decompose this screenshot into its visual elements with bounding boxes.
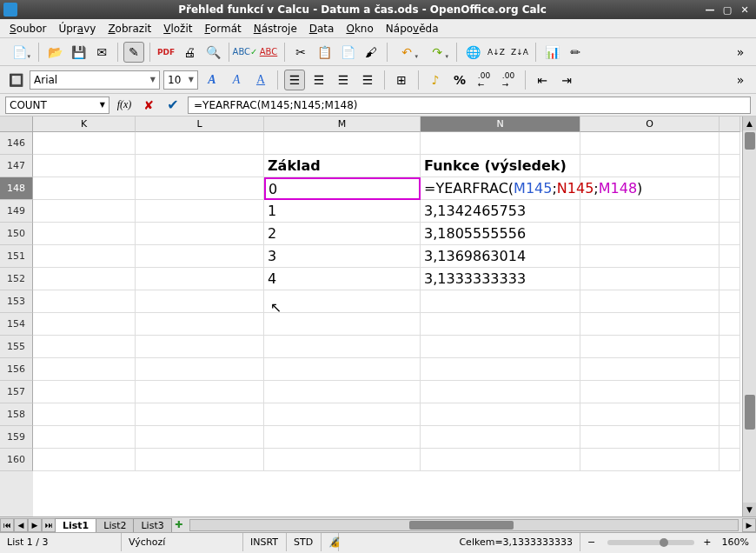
cell-L160[interactable] <box>136 449 264 471</box>
preview-button[interactable]: 🔍 <box>202 42 223 63</box>
undo-button[interactable]: ↶ <box>393 42 421 63</box>
open-button[interactable]: 📂 <box>44 42 65 63</box>
hscroll-right[interactable]: ▶ <box>742 518 756 532</box>
sort-desc-button[interactable]: Z↓A <box>509 42 530 63</box>
row-header-155[interactable]: 155 <box>0 336 33 358</box>
cell-M152[interactable]: 4 <box>264 268 421 290</box>
show-draw-button[interactable]: ✏ <box>565 42 586 63</box>
new-button[interactable]: 📄 <box>5 42 33 63</box>
menu-format[interactable]: Formát <box>198 21 247 37</box>
row-header-159[interactable]: 159 <box>0 426 33 449</box>
cell-L154[interactable] <box>136 313 264 336</box>
cell-N160[interactable] <box>421 449 580 471</box>
cell-M153[interactable] <box>264 290 421 313</box>
tab-prev-button[interactable]: ◀ <box>14 518 28 532</box>
currency-button[interactable]: ♪ <box>425 70 446 90</box>
spellcheck-button[interactable]: ABC✓ <box>235 42 255 63</box>
cell-K159[interactable] <box>33 426 136 449</box>
status-sig[interactable]: 🔏 <box>322 533 339 551</box>
row-header-146[interactable]: 146 <box>0 132 33 155</box>
column-header-M[interactable]: M <box>264 117 421 132</box>
close-button[interactable]: ✕ <box>737 3 753 16</box>
cell-L157[interactable] <box>136 381 264 403</box>
sheet-tab-List3[interactable]: List3 <box>133 518 171 532</box>
maximize-button[interactable]: ▢ <box>720 3 735 16</box>
menu-zobrazit[interactable]: Zobrazit <box>102 21 157 37</box>
cell-pad-155[interactable] <box>720 336 740 358</box>
cell-K157[interactable] <box>33 381 136 403</box>
cell-L153[interactable] <box>136 290 264 313</box>
cell-K156[interactable] <box>33 358 136 381</box>
row-header-152[interactable]: 152 <box>0 268 33 290</box>
cell-pad-154[interactable] <box>720 313 740 336</box>
cell-K152[interactable] <box>33 268 136 290</box>
edit-mode-button[interactable]: ✎ <box>123 42 144 63</box>
cell-N150[interactable]: 3,1805555556 <box>421 223 580 245</box>
cell-O158[interactable] <box>580 403 720 426</box>
cell-pad-152[interactable] <box>720 268 740 290</box>
zoom-in[interactable]: + <box>700 536 714 548</box>
name-box[interactable]: COUNT▼ <box>5 97 109 114</box>
cell-L150[interactable] <box>136 223 264 245</box>
del-decimal-button[interactable]: .00→ <box>498 70 519 90</box>
column-header-N[interactable]: N <box>421 117 580 132</box>
menu-soubor[interactable]: Soubor <box>3 21 52 37</box>
column-header-extra[interactable] <box>720 117 740 132</box>
cell-M160[interactable] <box>264 449 421 471</box>
row-header-147[interactable]: 147 <box>0 155 33 177</box>
cell-N159[interactable] <box>421 426 580 449</box>
menu-nastroje[interactable]: Nástroje <box>248 21 303 37</box>
cell-K153[interactable] <box>33 290 136 313</box>
cell-M157[interactable] <box>264 381 421 403</box>
cell-N152[interactable]: 3,1333333333 <box>421 268 580 290</box>
pdf-button[interactable]: PDF <box>156 42 176 63</box>
hyperlink-button[interactable]: 🌐 <box>462 42 483 63</box>
cell-pad-148[interactable] <box>720 177 740 200</box>
cell-K154[interactable] <box>33 313 136 336</box>
cancel-button[interactable]: ✘ <box>139 97 158 114</box>
cell-O160[interactable] <box>580 449 720 471</box>
cell-M159[interactable] <box>264 426 421 449</box>
sheet-tab-List1[interactable]: List1 <box>55 518 96 532</box>
cell-O154[interactable] <box>580 313 720 336</box>
cell-K151[interactable] <box>33 245 136 268</box>
sort-asc-button[interactable]: A↓Z <box>486 42 507 63</box>
cell-pad-146[interactable] <box>720 132 740 155</box>
inc-indent-button[interactable]: ⇥ <box>556 70 577 90</box>
menu-napoveda[interactable]: Nápověda <box>380 21 445 37</box>
cell-pad-156[interactable] <box>720 358 740 381</box>
format-paint-button[interactable]: 🖌 <box>361 42 381 63</box>
cell-O155[interactable] <box>580 336 720 358</box>
cell-N149[interactable]: 3,1342465753 <box>421 200 580 223</box>
cell-O151[interactable] <box>580 245 720 268</box>
cell-pad-151[interactable] <box>720 245 740 268</box>
tab-last-button[interactable]: ⏭ <box>42 518 56 532</box>
cell-O146[interactable] <box>580 132 720 155</box>
font-combo[interactable]: Arial▼ <box>30 70 160 90</box>
size-combo[interactable]: 10▼ <box>163 70 198 90</box>
cell-O149[interactable] <box>580 200 720 223</box>
bold-button[interactable]: A <box>202 70 222 90</box>
cell-N151[interactable]: 3,1369863014 <box>421 245 580 268</box>
chart-button[interactable]: 📊 <box>541 42 562 63</box>
cell-M154[interactable] <box>264 313 421 336</box>
underline-button[interactable]: A <box>250 70 271 90</box>
row-header-150[interactable]: 150 <box>0 223 33 245</box>
cell-O150[interactable] <box>580 223 720 245</box>
row-header-156[interactable]: 156 <box>0 358 33 381</box>
sheet-tab-List2[interactable]: List2 <box>96 518 134 532</box>
cell-K155[interactable] <box>33 336 136 358</box>
minimize-button[interactable]: — <box>702 3 718 16</box>
fx-button[interactable]: f(x) <box>115 97 134 114</box>
cell-L158[interactable] <box>136 403 264 426</box>
cell-O148[interactable] <box>580 177 720 200</box>
cell-L147[interactable] <box>136 155 264 177</box>
styles-button[interactable]: 🔲 <box>5 70 26 90</box>
cell-O159[interactable] <box>580 426 720 449</box>
formula-input[interactable]: =YEARFRAC(M145;N145;M148) <box>188 97 751 114</box>
cell-O147[interactable] <box>580 155 720 177</box>
paste-button[interactable]: 📄 <box>337 42 358 63</box>
cell-N147[interactable]: Funkce (výsledek) <box>421 155 580 177</box>
menu-okno[interactable]: Okno <box>340 21 379 37</box>
zoom-out[interactable]: − <box>580 533 602 551</box>
